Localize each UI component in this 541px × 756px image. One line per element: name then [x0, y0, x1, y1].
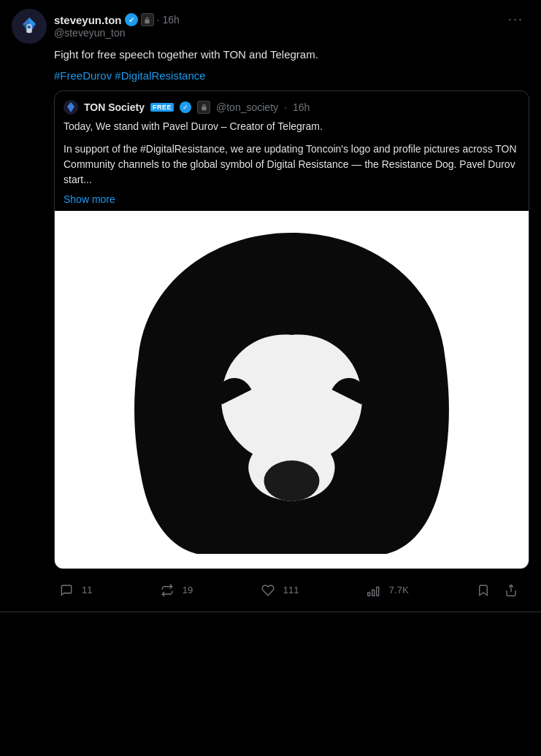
quote-ton-badge	[197, 101, 210, 114]
action-right	[471, 578, 523, 603]
dot-separator: ·	[157, 14, 160, 26]
svg-rect-8	[202, 107, 206, 111]
share-action[interactable]	[499, 578, 523, 603]
author-info: steveyun.ton ✓ · 16h @steveyun_ton	[54, 13, 180, 39]
author-handle-row: @steveyun_ton	[54, 26, 180, 39]
bookmark-action[interactable]	[471, 578, 496, 603]
views-count: 7.7K	[389, 585, 409, 595]
views-action[interactable]: 7.7K	[361, 578, 409, 603]
reply-action[interactable]: 11	[54, 578, 92, 603]
svg-rect-12	[372, 590, 375, 595]
tweet-header-left: steveyun.ton ✓ · 16h @steveyun_ton	[12, 9, 180, 44]
tweet-text: Fight for free speech together with TON …	[54, 47, 529, 63]
quote-text-line2: In support of the #DigitalResistance, we…	[64, 142, 520, 188]
quote-header: TON Society FREE ✓ @ton_society · 16h	[55, 91, 529, 119]
quote-author-name: TON Society	[84, 101, 145, 113]
ton-badge-icon	[141, 13, 154, 26]
avatar[interactable]	[12, 9, 47, 44]
more-options-button[interactable]: ···	[502, 9, 529, 30]
action-bar: 11 19	[54, 578, 529, 603]
quote-verified-icon: ✓	[180, 101, 191, 113]
tweet-header: steveyun.ton ✓ · 16h @steveyun_ton	[12, 9, 529, 44]
heart-icon	[256, 578, 280, 603]
author-name-row: steveyun.ton ✓ · 16h	[54, 13, 180, 26]
verified-icon: ✓	[125, 13, 138, 26]
svg-point-10	[264, 460, 320, 501]
quote-avatar	[64, 100, 78, 115]
quote-dot: ·	[284, 101, 287, 113]
quote-tweet[interactable]: TON Society FREE ✓ @ton_society · 16h To…	[54, 90, 529, 569]
like-count: 111	[283, 585, 299, 595]
tweet: steveyun.ton ✓ · 16h @steveyun_ton	[0, 0, 541, 612]
quote-image	[55, 211, 529, 568]
tweet-body: Fight for free speech together with TON …	[54, 47, 529, 603]
show-more-link[interactable]: Show more	[55, 193, 529, 211]
quote-text: Today, We stand with Pavel Durov – Creat…	[55, 119, 529, 193]
svg-rect-4	[26, 28, 32, 33]
author-handle: @steveyun_ton	[54, 27, 126, 39]
bookmark-icon	[471, 578, 496, 603]
tweet-hashtags[interactable]: #FreeDurov #DigitalResistance	[54, 69, 529, 82]
author-name[interactable]: steveyun.ton	[54, 14, 122, 26]
svg-rect-11	[368, 593, 370, 596]
share-icon	[499, 578, 523, 603]
reply-count: 11	[82, 585, 92, 595]
svg-rect-13	[377, 587, 379, 595]
free-badge: FREE	[150, 103, 174, 112]
svg-rect-5	[145, 19, 149, 23]
retweet-count: 19	[183, 585, 193, 595]
retweet-icon	[155, 578, 180, 603]
views-icon	[361, 578, 386, 603]
quote-time: 16h	[293, 101, 310, 113]
like-action[interactable]: 111	[256, 578, 299, 603]
quote-handle: @ton_society	[216, 101, 278, 113]
retweet-action[interactable]: 19	[155, 578, 193, 603]
reply-icon	[54, 578, 79, 603]
quote-text-line1: Today, We stand with Pavel Durov – Creat…	[64, 119, 520, 134]
tweet-time: 16h	[162, 14, 179, 26]
